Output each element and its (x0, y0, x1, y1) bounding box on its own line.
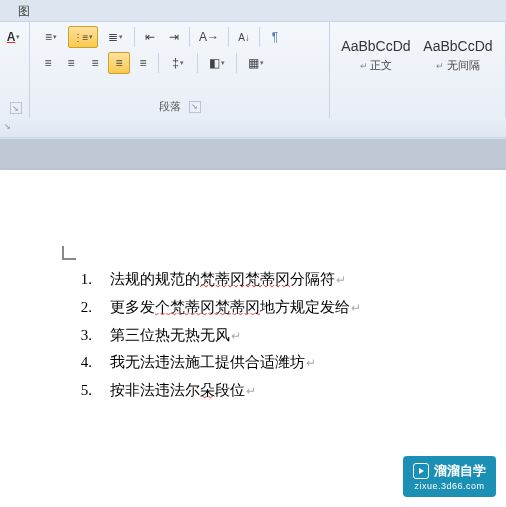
align-right-button[interactable] (84, 52, 106, 74)
ltr-button[interactable]: A→ (194, 26, 224, 48)
paragraph-mark-icon: ↵ (246, 384, 256, 398)
increase-indent-button[interactable] (163, 26, 185, 48)
line-spacing-button[interactable]: ▾ (163, 52, 193, 74)
watermark-url: zixue.3d66.com (414, 481, 484, 491)
align-justify-button[interactable] (108, 52, 130, 74)
list-number: 4. (64, 349, 92, 377)
ribbon: 图 ▾ ↘ ▾ ▾ ▾ (0, 0, 506, 140)
list-text[interactable]: 更多发个梵蒂冈梵蒂冈地方规定发给↵ (110, 294, 466, 322)
shading-button[interactable]: ▾ (202, 52, 232, 74)
paragraph-group-label: 段落 (159, 99, 181, 114)
styles-group: AaBbCcDd 正文 AaBbCcDd 无间隔 (330, 22, 506, 118)
ruler[interactable] (0, 118, 506, 138)
numbering-button[interactable]: ▾ (68, 26, 98, 48)
align-center-button[interactable] (60, 52, 82, 74)
style-item-normal[interactable]: AaBbCcDd 正文 (336, 26, 416, 84)
list-number: 3. (64, 322, 92, 350)
align-left-button[interactable] (36, 52, 58, 74)
sort-button[interactable] (233, 26, 255, 48)
font-dialog-launcher[interactable]: ↘ (10, 102, 22, 114)
paragraph-mark-icon: ↵ (336, 273, 346, 287)
numbered-list: 1.法规的规范的梵蒂冈梵蒂冈分隔符↵2.更多发个梵蒂冈梵蒂冈地方规定发给↵3.第… (40, 266, 466, 405)
list-item[interactable]: 1.法规的规范的梵蒂冈梵蒂冈分隔符↵ (40, 266, 466, 294)
list-number: 2. (64, 294, 92, 322)
multilevel-list-button[interactable]: ▾ (100, 26, 130, 48)
ruler-corner-icon: ↘ (4, 122, 11, 131)
margin-marker-icon (62, 246, 76, 260)
list-text[interactable]: 第三位热无热无风↵ (110, 322, 466, 350)
style-name: 无间隔 (436, 58, 480, 73)
paragraph-mark-icon: ↵ (306, 356, 316, 370)
list-number: 5. (64, 377, 92, 405)
list-item[interactable]: 4.我无法违法施工提供合适潍坊↵ (40, 349, 466, 377)
font-group: ▾ ↘ (0, 22, 30, 118)
borders-button[interactable]: ▾ (241, 52, 271, 74)
paragraph-mark-icon: ↵ (351, 301, 361, 315)
list-item[interactable]: 3.第三位热无热无风↵ (40, 322, 466, 350)
play-icon (413, 463, 429, 479)
ribbon-tab-bar: 图 (0, 0, 506, 22)
paragraph-dialog-launcher[interactable]: ↘ (189, 101, 201, 113)
watermark-badge: 溜溜自学 zixue.3d66.com (403, 456, 496, 497)
decrease-indent-button[interactable] (139, 26, 161, 48)
style-gallery: AaBbCcDd 正文 AaBbCcDd 无间隔 (336, 26, 499, 84)
list-text[interactable]: 按非法违法尔朵段位↵ (110, 377, 466, 405)
style-preview: AaBbCcDd (423, 38, 492, 54)
align-distributed-button[interactable] (132, 52, 154, 74)
style-item-nospacing[interactable]: AaBbCcDd 无间隔 (418, 26, 498, 84)
list-text[interactable]: 我无法违法施工提供合适潍坊↵ (110, 349, 466, 377)
ribbon-tab-view[interactable]: 图 (8, 0, 40, 23)
paragraph-mark-icon: ↵ (231, 329, 241, 343)
watermark-title: 溜溜自学 (434, 462, 486, 480)
font-color-button[interactable]: ▾ (4, 26, 23, 48)
paragraph-group: ▾ ▾ ▾ A→ (30, 22, 330, 118)
list-text[interactable]: 法规的规范的梵蒂冈梵蒂冈分隔符↵ (110, 266, 466, 294)
style-preview: AaBbCcDd (341, 38, 410, 54)
style-name: 正文 (360, 58, 393, 73)
bullets-button[interactable]: ▾ (36, 26, 66, 48)
list-number: 1. (64, 266, 92, 294)
document-area: 1.法规的规范的梵蒂冈梵蒂冈分隔符↵2.更多发个梵蒂冈梵蒂冈地方规定发给↵3.第… (0, 140, 506, 507)
show-paragraph-marks-button[interactable] (264, 26, 286, 48)
ribbon-body: ▾ ↘ ▾ ▾ ▾ A→ (0, 22, 506, 118)
list-item[interactable]: 2.更多发个梵蒂冈梵蒂冈地方规定发给↵ (40, 294, 466, 322)
list-item[interactable]: 5.按非法违法尔朵段位↵ (40, 377, 466, 405)
